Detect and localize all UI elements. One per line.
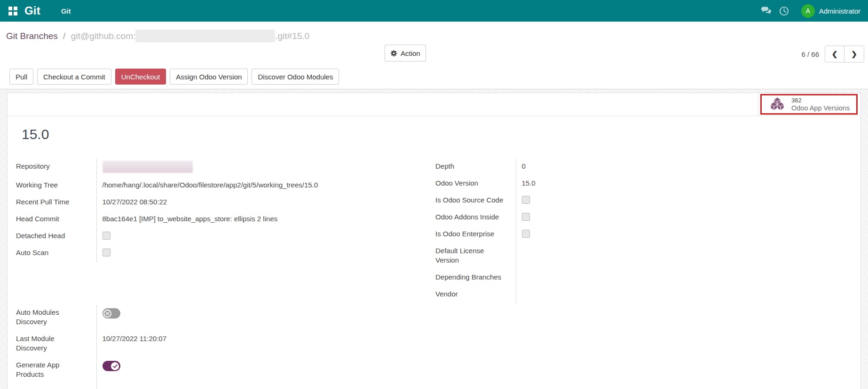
field-value: 10/27/2022 11:20:07 <box>96 331 426 358</box>
breadcrumb: Git Branches / git@github.com:.git#15.0 <box>6 30 309 42</box>
field-row-odoo-version: Odoo Version 15.0 <box>435 176 845 193</box>
field-row-recent-pull-time: Recent Pull Time 10/27/2022 08:50:22 <box>16 194 426 211</box>
field-row-working-tree: Working Tree /home/hang/.local/share/Odo… <box>16 178 426 194</box>
auto-scan-checkbox[interactable] <box>103 249 110 257</box>
bottom-left-field-group: Auto Modules Discovery Last M <box>16 305 426 389</box>
left-field-group: Repository Working Tree /home/hang/.loca… <box>16 159 426 262</box>
stat-label: Odoo App Versions <box>791 104 850 112</box>
field-label: Head Commit <box>16 211 96 228</box>
field-row-depth: Depth 0 <box>435 159 845 176</box>
assign-odoo-version-button[interactable]: Assign Odoo Version <box>170 69 248 85</box>
odoo-app-versions-stat-button[interactable]: 362 Odoo App Versions <box>758 93 860 116</box>
control-panel: Git Branches / git@github.com:.git#15.0 … <box>0 22 868 89</box>
field-label: Depending Branches <box>435 270 516 287</box>
field-label: Auto Scan <box>16 245 96 262</box>
pager-next-button[interactable]: ❯ <box>844 46 864 62</box>
gear-icon <box>390 50 397 57</box>
field-value: /home/hang/.local/share/Odoo/filestore/a… <box>96 178 426 194</box>
field-row-vendor: Vendor <box>435 287 845 303</box>
user-name[interactable]: Administrator <box>819 7 860 15</box>
field-value <box>516 270 845 287</box>
field-row-generate-app-products: Generate App Products <box>16 358 426 389</box>
messages-icon[interactable] <box>761 6 772 16</box>
field-label: Odoo Addons Inside <box>435 210 516 226</box>
chevron-left-icon: ❮ <box>832 50 838 58</box>
field-value: 0 <box>516 159 845 176</box>
field-value-odoo-version[interactable]: 15.0 <box>516 176 845 193</box>
detached-head-checkbox[interactable] <box>103 232 110 240</box>
field-label: Is Odoo Source Code <box>435 193 516 210</box>
is-odoo-enterprise-checkbox[interactable] <box>522 230 530 238</box>
stat-value: 362 <box>791 97 850 104</box>
is-odoo-source-code-checkbox[interactable] <box>522 196 530 204</box>
field-value: 10/27/2022 08:50:22 <box>96 194 426 211</box>
field-row-head-commit: Head Commit 8bac164e1 [IMP] to_website_a… <box>16 211 426 228</box>
record-title: 15.0 <box>22 126 49 142</box>
field-label: Generate App Products <box>16 358 96 389</box>
field-row-last-module-discovery: Last Module Discovery 10/27/2022 11:20:0… <box>16 331 426 358</box>
discover-odoo-modules-button[interactable]: Discover Odoo Modules <box>252 69 339 85</box>
form-sheet: 362 Odoo App Versions 15.0 Repository Wo… <box>7 93 861 389</box>
action-label: Action <box>401 49 420 57</box>
field-label: Depth <box>435 159 516 176</box>
form-view-background: 362 Odoo App Versions 15.0 Repository Wo… <box>0 89 868 389</box>
field-label: Default License Version <box>435 243 516 270</box>
field-label: Is Odoo Enterprise <box>435 226 516 243</box>
toggle-check-icon <box>113 364 118 368</box>
redacted-repository-value <box>103 161 193 173</box>
field-label: Repository <box>16 159 96 178</box>
apps-menu-icon[interactable] <box>8 7 17 16</box>
app-brand[interactable]: Git <box>24 4 40 17</box>
pager-count: 6 / 66 <box>801 50 819 58</box>
button-box: 362 Odoo App Versions <box>8 93 860 116</box>
field-label: Recent Pull Time <box>16 194 96 211</box>
field-value <box>516 243 845 270</box>
pager-previous-button[interactable]: ❮ <box>825 46 844 62</box>
field-row-repository: Repository <box>16 159 426 178</box>
uncheckout-button[interactable]: UnCheckout <box>115 69 166 85</box>
field-row-detached-head: Detached Head <box>16 228 426 245</box>
user-avatar[interactable]: A <box>801 4 815 18</box>
field-label: Last Module Discovery <box>16 331 96 358</box>
top-navbar: Git Git A Administrator <box>0 0 868 22</box>
field-value <box>516 287 845 303</box>
generate-app-products-toggle[interactable] <box>103 361 120 371</box>
action-menu-button[interactable]: Action <box>385 45 426 62</box>
field-label: Detached Head <box>16 228 96 245</box>
field-value: 8bac164e1 [IMP] to_website_apps_store: e… <box>96 211 426 228</box>
nav-menu-git[interactable]: Git <box>61 7 71 15</box>
field-row-is-odoo-source-code: Is Odoo Source Code <box>435 193 845 210</box>
field-row-auto-modules-discovery: Auto Modules Discovery <box>16 305 426 331</box>
field-row-is-odoo-enterprise: Is Odoo Enterprise <box>435 226 845 243</box>
toggle-x-icon <box>106 312 109 315</box>
redacted-repo-name <box>135 30 275 42</box>
statusbar: Pull Checkout a Commit UnCheckout Assign… <box>0 64 868 89</box>
breadcrumb-link[interactable]: Git Branches <box>6 31 58 41</box>
pager: 6 / 66 ❮ ❯ <box>801 46 864 62</box>
pull-button[interactable]: Pull <box>9 69 33 85</box>
breadcrumb-separator: / <box>63 31 65 41</box>
field-row-depending-branches: Depending Branches <box>435 270 845 287</box>
field-label: Working Tree <box>16 178 96 194</box>
breadcrumb-current-prefix: git@github.com: <box>71 31 136 41</box>
auto-modules-discovery-toggle[interactable] <box>103 308 120 319</box>
chevron-right-icon: ❯ <box>851 50 857 58</box>
field-row-odoo-addons-inside: Odoo Addons Inside <box>435 210 845 226</box>
breadcrumb-current-suffix: .git#15.0 <box>275 31 309 41</box>
checkout-a-commit-button[interactable]: Checkout a Commit <box>37 69 111 85</box>
field-label: Vendor <box>435 287 516 303</box>
odoo-addons-inside-checkbox[interactable] <box>522 213 530 221</box>
activities-icon[interactable] <box>779 6 789 16</box>
field-label: Odoo Version <box>435 176 516 193</box>
right-field-group: Depth 0 Odoo Version 15.0 Is Odoo Source… <box>435 159 845 303</box>
cubes-icon <box>770 97 785 111</box>
field-label: Auto Modules Discovery <box>16 305 96 331</box>
field-row-auto-scan: Auto Scan <box>16 245 426 262</box>
field-row-default-license-version: Default License Version <box>435 243 845 270</box>
